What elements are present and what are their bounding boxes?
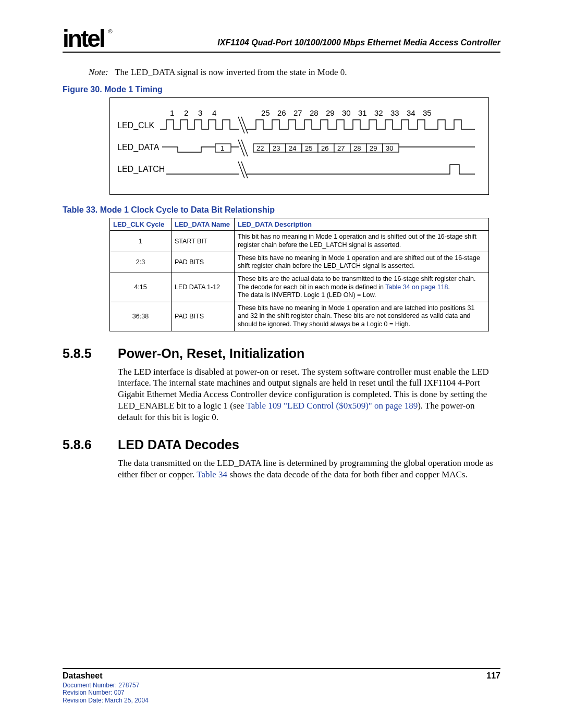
table-row: 2:3 PAD BITS These bits have no meaning … xyxy=(110,252,489,273)
data-label: LED_DATA xyxy=(117,143,160,152)
section-number: 5.8.6 xyxy=(63,437,118,452)
data-val: 25 xyxy=(305,144,312,152)
section-title: Power-On, Reset, Initialization xyxy=(118,346,304,361)
cell-cycle: 36:38 xyxy=(110,302,172,331)
document-title: IXF1104 Quad-Port 10/100/1000 Mbps Ether… xyxy=(122,38,500,50)
cell-name: LED DATA 1-12 xyxy=(172,273,235,302)
data-val: 26 xyxy=(321,144,328,152)
clk-num: 1 xyxy=(170,108,174,117)
doc-number: Document Number: 278757 xyxy=(63,682,500,689)
data-val: 30 xyxy=(386,144,393,152)
svg-line-0 xyxy=(238,117,244,133)
rev-number: Revision Number: 007 xyxy=(63,689,500,696)
rev-date: Revision Date: March 25, 2004 xyxy=(63,697,500,704)
clk-num: 31 xyxy=(358,108,367,117)
section-title: LED DATA Decodes xyxy=(118,437,239,452)
table-row: 36:38 PAD BITS These bits have no meanin… xyxy=(110,302,489,331)
clk-num: 26 xyxy=(277,108,286,117)
data-val: 23 xyxy=(273,144,280,152)
latch-label: LED_LATCH xyxy=(117,165,165,174)
section-heading: 5.8.6 LED DATA Decodes xyxy=(63,437,500,452)
text-link[interactable]: Table 109 "LED Control ($0x509)" on page… xyxy=(247,401,418,411)
cell-desc: These bits have no meaning in Mode 1 ope… xyxy=(235,302,489,331)
clk-num: 32 xyxy=(374,108,383,117)
mode1-table: LED_CLK Cycle LED_DATA Name LED_DATA Des… xyxy=(109,218,489,331)
section-heading: 5.8.5 Power-On, Reset, Initialization xyxy=(63,346,500,361)
svg-line-5 xyxy=(241,162,248,178)
section-number: 5.8.5 xyxy=(63,346,118,361)
page-number: 117 xyxy=(486,671,500,681)
clk-num: 30 xyxy=(342,108,351,117)
clk-num: 35 xyxy=(423,108,432,117)
figure-caption: Figure 30. Mode 1 Timing xyxy=(63,85,500,94)
section-body: The data transmitted on the LED_DATA lin… xyxy=(118,458,500,480)
cell-name: PAD BITS xyxy=(172,252,235,273)
table-row: 1 START BIT This bit has no meaning in M… xyxy=(110,231,489,252)
text-link[interactable]: Table 34 xyxy=(197,470,227,479)
clk-num: 4 xyxy=(212,108,216,117)
table-row: 4:15 LED DATA 1-12 These bits are the ac… xyxy=(110,273,489,302)
th-desc: LED_DATA Description xyxy=(235,218,489,231)
table-link[interactable]: Table 34 on page 118 xyxy=(385,283,448,291)
note-label: Note: xyxy=(89,67,108,77)
data-val: 24 xyxy=(289,144,296,152)
logo-text: intel xyxy=(63,25,104,52)
cell-name: START BIT xyxy=(172,231,235,252)
clk-num: 25 xyxy=(261,108,270,117)
clk-num: 28 xyxy=(310,108,319,117)
data-val: 27 xyxy=(337,144,345,152)
cell-cycle: 4:15 xyxy=(110,273,172,302)
page-header: intel® IXF1104 Quad-Port 10/100/1000 Mbp… xyxy=(63,28,500,53)
data-val: 22 xyxy=(256,144,264,152)
cell-cycle: 1 xyxy=(110,231,172,252)
table-caption: Table 33. Mode 1 Clock Cycle to Data Bit… xyxy=(63,205,500,215)
cell-desc: These bits are the actual data to be tra… xyxy=(235,273,489,302)
data-val: 29 xyxy=(370,144,377,152)
clk-num: 29 xyxy=(326,108,335,117)
clk-num: 34 xyxy=(407,108,415,117)
data-val: 28 xyxy=(353,144,361,152)
th-name: LED_DATA Name xyxy=(172,218,235,231)
intel-logo: intel® xyxy=(63,28,112,50)
footer-label: Datasheet xyxy=(63,671,102,681)
clk-label: LED_CLK xyxy=(117,121,154,130)
cell-desc: This bit has no meaning in Mode 1 operat… xyxy=(235,231,489,252)
section-body: The LED interface is disabled at power-o… xyxy=(118,366,500,423)
note-text: The LED_DATA signal is now inverted from… xyxy=(115,67,347,77)
svg-line-4 xyxy=(238,162,244,178)
clk-num: 33 xyxy=(390,108,399,117)
clk-num: 27 xyxy=(293,108,302,117)
registered-mark: ® xyxy=(108,29,112,34)
cell-name: PAD BITS xyxy=(172,302,235,331)
cell-desc: These bits have no meaning in Mode 1 ope… xyxy=(235,252,489,273)
svg-line-1 xyxy=(241,117,248,133)
clk-num: 2 xyxy=(184,108,188,117)
timing-diagram: 1 2 3 4 25 26 27 28 29 30 31 32 33 34 35 xyxy=(109,97,500,195)
th-cycle: LED_CLK Cycle xyxy=(110,218,172,231)
svg-line-2 xyxy=(238,140,244,156)
page-footer: Datasheet 117 Document Number: 278757 Re… xyxy=(63,668,500,704)
clk-num: 3 xyxy=(198,108,202,117)
note-line: Note: The LED_DATA signal is now inverte… xyxy=(89,67,500,78)
svg-line-3 xyxy=(241,140,248,156)
cell-cycle: 2:3 xyxy=(110,252,172,273)
data-val: 1 xyxy=(221,144,224,152)
